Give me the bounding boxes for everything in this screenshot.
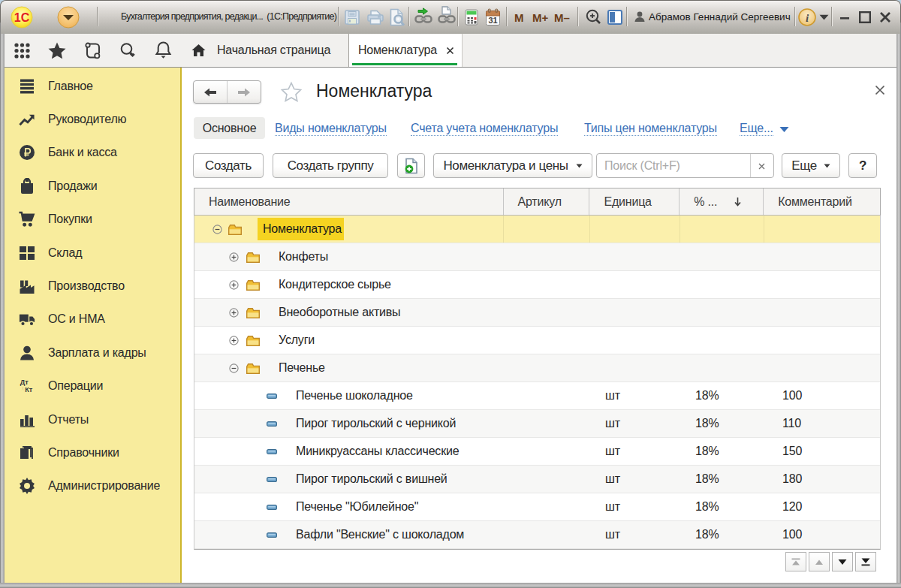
svg-text:Кт: Кт <box>25 386 33 394</box>
svg-text:1С: 1С <box>14 11 30 24</box>
svg-text:31: 31 <box>488 16 497 25</box>
svg-text:Дт: Дт <box>20 378 29 386</box>
